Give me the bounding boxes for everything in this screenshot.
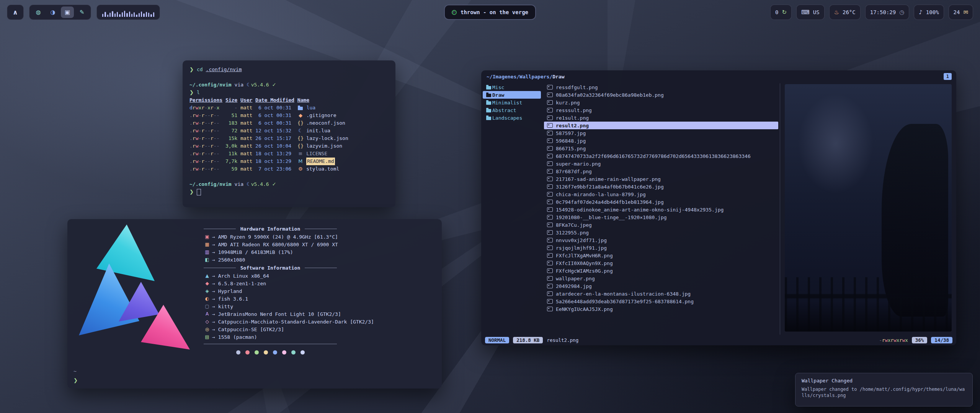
file-owner: matt — [240, 135, 252, 142]
file-date-modified: 6 oct 00:31 — [255, 112, 294, 119]
image-file-icon — [547, 108, 553, 112]
file-item[interactable]: wallpaper.png — [544, 275, 778, 282]
file-item[interactable]: chica-mirando-la-luna-8799.jpg — [544, 190, 778, 198]
updates-module[interactable]: 0↻ — [770, 5, 792, 20]
file-item[interactable]: FXfcHgcWIAMzs0G.png — [544, 267, 778, 275]
file-item-name: FXfcHgcWIAMzs0G.png — [556, 268, 613, 274]
file-item[interactable]: kurz.png — [544, 99, 778, 106]
graph-bar — [107, 15, 108, 17]
file-item[interactable]: 20492984.jpg — [544, 282, 778, 290]
terminal-window-nvim-config[interactable]: ❯ cd .config/nvim ~/.config/nvim via ☾ v… — [183, 60, 395, 207]
file-item[interactable]: 87r687df.png — [544, 167, 778, 175]
workspace-1-button[interactable]: ◍ — [32, 7, 45, 18]
icon-theme-icon: ◎ — [204, 327, 211, 332]
mode-badge: NORMAL — [485, 337, 509, 343]
image-file-icon — [547, 268, 553, 273]
file-item[interactable]: 3126f7e9bbf21a8a4af0b67b041c6e26.jpg — [544, 183, 778, 190]
notification-popup[interactable]: Wallpaper Changed Wallpaper changed to /… — [795, 373, 973, 406]
file-item[interactable]: 217167-sad-anime-rain-wallpaper.png — [544, 175, 778, 183]
file-item[interactable]: 08a634fa02a32364f69ebc86a98eb1eb.png — [544, 91, 778, 99]
sidebar-folder-label: Draw — [492, 92, 504, 98]
file-item-name: EeNKYgIUcAAJ5JX.png — [556, 306, 613, 312]
file-item[interactable]: 5a266e448add93deab367d87173e9f25-6837886… — [544, 298, 778, 305]
file-item[interactable]: 596848.jpg — [544, 137, 778, 145]
sidebar-folder-misc[interactable]: Misc — [483, 83, 541, 91]
terminal-window-fetch[interactable]: Hardware Information ▣→AMD Ryzen 9 5900X… — [67, 219, 442, 389]
file-item[interactable]: 866715.png — [544, 145, 778, 152]
arrow-icon: → — [212, 273, 215, 279]
graph-bar — [131, 14, 132, 17]
crystals-logo — [73, 224, 191, 377]
file-item-name: re1sult.png — [556, 115, 589, 121]
file-size: 3,0k — [225, 142, 237, 150]
keyboard-layout-module[interactable]: ⌨US — [796, 5, 825, 20]
volume-module[interactable]: ♪100% — [914, 5, 944, 20]
file-item[interactable]: 154928-odinokoe_anime-art-anime-okno-sin… — [544, 206, 778, 213]
file-item[interactable]: 19201080-__blue-tinge__-1920×1080.jpg — [544, 213, 778, 221]
file-item-name: 68747470733a2f2f696d616765732d7769786d70… — [556, 153, 751, 159]
notifications-module[interactable]: 24✉ — [949, 5, 973, 20]
sidebar-folder-abstract[interactable]: Abstract — [483, 106, 541, 114]
speaker-icon: ♪ — [919, 9, 923, 16]
tab-indicator-badge[interactable]: 1 — [944, 73, 952, 80]
scroll-percent-badge: 36% — [912, 337, 928, 343]
packages-icon: ▤ — [204, 334, 211, 340]
file-manager-header: ~/Imagenes/Wallpapers/Draw 1 — [481, 70, 956, 83]
image-file-icon — [547, 291, 553, 296]
file-item[interactable]: super-mario.png — [544, 160, 778, 167]
file-item[interactable]: FXfcJlTXgAMvH6R.png — [544, 252, 778, 259]
image-file-icon — [547, 253, 553, 258]
workspace-4-button[interactable]: ✎ — [75, 7, 88, 18]
image-file-icon — [547, 299, 553, 304]
file-item[interactable]: 8FKa7Cu.jpeg — [544, 221, 778, 229]
software-section-title: Software Information — [240, 265, 301, 271]
file-size: 11k — [225, 150, 237, 158]
file-type-icon: ◆ — [297, 112, 304, 119]
image-file-icon — [547, 276, 553, 281]
image-file-icon — [547, 154, 553, 158]
sidebar-folder-landscapes[interactable]: Landscapes — [483, 114, 541, 122]
graph-bar — [119, 14, 120, 17]
file-item-name: 587597.jpg — [556, 130, 586, 136]
section-footer-line — [204, 344, 337, 344]
file-name: lazy-lock.json — [306, 135, 348, 142]
media-player-module[interactable]: thrown - on the verge — [444, 5, 536, 20]
file-item[interactable]: 3122955.png — [544, 229, 778, 236]
gpu-icon: ▦ — [204, 242, 211, 247]
file-item[interactable]: result2.png — [544, 122, 778, 129]
system-graph-module[interactable] — [96, 5, 160, 20]
temperature-module[interactable]: ♨26°C — [829, 5, 861, 20]
file-name: init.lua — [306, 127, 330, 135]
workspace-2-button[interactable]: ◑ — [46, 7, 59, 18]
file-item[interactable]: rsjqojlmjhf91.jpg — [544, 244, 778, 252]
file-item[interactable]: EeNKYgIUcAAJ5JX.png — [544, 305, 778, 313]
file-item[interactable]: resssult.png — [544, 106, 778, 114]
clock-module[interactable]: 17:50:29◷ — [865, 5, 910, 20]
file-owner: matt — [240, 150, 252, 158]
file-item-name: 87r687df.png — [556, 169, 592, 174]
file-item[interactable]: ressdfgult.png — [544, 83, 778, 91]
sidebar-folder-minimalist[interactable]: Minimalist — [483, 99, 541, 106]
image-file-icon — [547, 230, 553, 235]
resolution-icon: ◧ — [204, 257, 211, 262]
file-item[interactable]: FXfcII0X0AQyn9X.png — [544, 259, 778, 267]
file-item[interactable]: 0c794faf07de24a4db4d4fb1eb813964.jpg — [544, 198, 778, 206]
gpu-line: ▦→AMD ATI Radeon RX 6800/6800 XT / 6900 … — [204, 241, 433, 248]
volume-module-text: 100% — [926, 9, 939, 15]
file-type-icon: ≡ — [297, 150, 304, 158]
file-item[interactable]: atardecer-en-la-montanas-ilustracion-634… — [544, 290, 778, 298]
sidebar-folder-draw[interactable]: Draw — [483, 91, 541, 99]
file-manager-window[interactable]: ~/Imagenes/Wallpapers/Draw 1 MiscDrawMin… — [481, 70, 956, 345]
software-section-header: Software Information — [204, 263, 337, 272]
file-size: 7,7k — [225, 158, 237, 165]
prompt-symbol: ❯ — [74, 377, 78, 383]
updates-module-text: 0 — [775, 9, 778, 15]
file-item[interactable]: nnvuv0xj2df71.jpg — [544, 236, 778, 244]
file-item[interactable]: 68747470733a2f2f696d616765732d7769786d70… — [544, 152, 778, 160]
app-launcher-button[interactable]: ∧ — [7, 5, 24, 20]
file-item[interactable]: 587597.jpg — [544, 129, 778, 137]
column-header: Date Modified — [255, 96, 294, 104]
file-size: - — [225, 104, 237, 112]
workspace-3-button[interactable]: ▣ — [61, 7, 74, 18]
file-item[interactable]: re1sult.png — [544, 114, 778, 122]
